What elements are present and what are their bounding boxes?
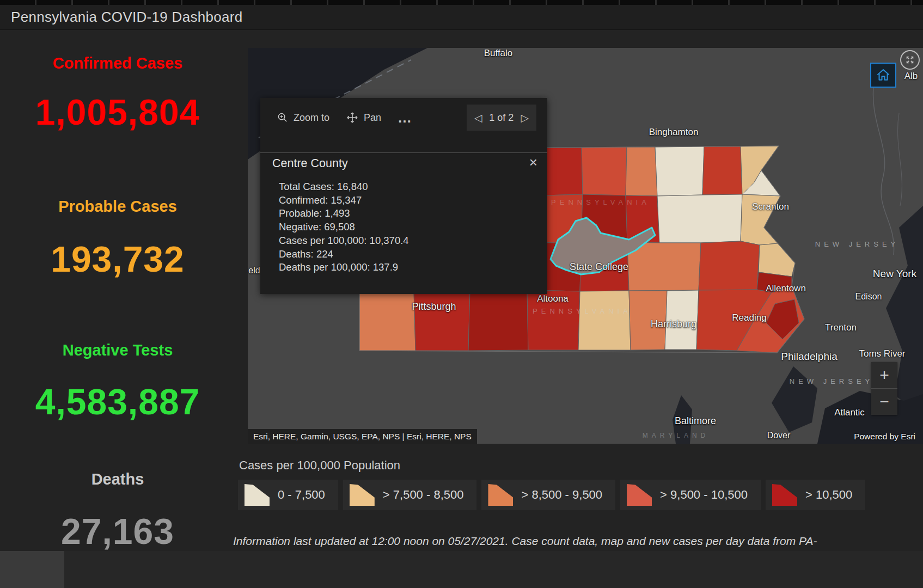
probable-cases-label: Probable Cases <box>0 198 235 216</box>
probable-cases-value: 193,732 <box>0 238 235 280</box>
legend-title: Cases per 100,000 Population <box>239 458 920 473</box>
pager-text: 1 of 2 <box>489 112 514 124</box>
legend-label: > 9,500 - 10,500 <box>660 488 748 502</box>
legend-swatch <box>244 484 270 506</box>
popup-title: Centre County <box>272 157 348 170</box>
pan-label: Pan <box>364 112 381 124</box>
deaths-value: 27,163 <box>0 511 235 552</box>
legend-item: > 8,500 - 9,500 <box>481 480 615 510</box>
expand-button[interactable] <box>900 50 920 70</box>
bottom-left-block <box>0 551 64 588</box>
home-button[interactable] <box>870 63 896 88</box>
zoom-control: + − <box>871 362 897 415</box>
bottom-strip <box>0 551 923 588</box>
legend-label: > 10,500 <box>805 488 852 502</box>
legend-item: > 9,500 - 10,500 <box>620 480 761 510</box>
zoom-to-label: Zoom to <box>294 112 329 124</box>
legend-label: > 8,500 - 9,500 <box>521 488 602 502</box>
powered-by-esri[interactable]: Powered by Esri <box>854 432 915 442</box>
negative-tests-value: 4,583,887 <box>0 381 235 422</box>
zoom-out-button[interactable]: − <box>871 389 897 415</box>
home-icon <box>875 67 891 83</box>
right-triangle-icon: ▷ <box>521 112 529 124</box>
map-canvas[interactable]: BuffaloAlbBinghamtonScrantonPENNSYLVANIA… <box>248 48 923 444</box>
negative-tests-label: Negative Tests <box>0 341 235 359</box>
popup-field: Probable: 1,493 <box>279 207 409 220</box>
legend-label: > 7,500 - 8,500 <box>383 488 464 502</box>
attribution-text: Esri, HERE, Garmin, USGS, EPA, NPS | Esr… <box>253 432 472 442</box>
popup-fields: Total Cases: 16,840Confirmed: 15,347Prob… <box>279 180 409 274</box>
map-attribution: Esri, HERE, Garmin, USGS, EPA, NPS | Esr… <box>248 429 477 444</box>
zoom-in-button[interactable]: + <box>871 362 897 389</box>
popup-field: Total Cases: 16,840 <box>279 180 409 194</box>
popup-pager: ◁ 1 of 2 ▷ <box>467 105 536 131</box>
dashboard-header: Pennsylvania COVID-19 Dashboard <box>0 5 923 30</box>
zoom-to-button[interactable]: Zoom to <box>277 112 329 124</box>
popup-field: Deaths: 224 <box>279 248 409 261</box>
more-options-button[interactable]: … <box>398 115 413 120</box>
move-arrows-icon <box>346 111 359 124</box>
legend-swatch <box>350 484 375 506</box>
legend-item: > 10,500 <box>766 480 865 510</box>
expand-arrows-icon <box>904 54 916 66</box>
confirmed-cases-label: Confirmed Cases <box>0 54 235 72</box>
popup-field: Cases per 100,000: 10,370.4 <box>279 234 409 248</box>
feature-popup: Zoom to Pan … ◁ <box>260 98 547 294</box>
popup-field: Confirmed: 15,347 <box>279 194 409 207</box>
close-icon: × <box>529 154 537 170</box>
page-title: Pennsylvania COVID-19 Dashboard <box>11 9 243 26</box>
close-popup-button[interactable]: × <box>529 157 537 168</box>
legend-item: > 7,500 - 8,500 <box>343 480 477 510</box>
legend-row: 0 - 7,500> 7,500 - 8,500> 8,500 - 9,500>… <box>238 480 920 510</box>
legend-panel: Cases per 100,000 Population 0 - 7,500> … <box>238 458 920 510</box>
ellipsis-icon: … <box>398 109 413 126</box>
plus-icon: + <box>879 366 889 384</box>
legend-item: 0 - 7,500 <box>238 480 338 510</box>
magnifier-plus-icon <box>277 112 289 124</box>
previous-feature-button[interactable]: ◁ <box>474 112 482 124</box>
browser-chrome-strip <box>0 0 923 5</box>
deaths-label: Deaths <box>0 470 235 488</box>
confirmed-cases-value: 1,005,804 <box>0 91 235 133</box>
next-feature-button[interactable]: ▷ <box>521 112 529 124</box>
minus-icon: − <box>879 393 889 411</box>
popup-toolbar: Zoom to Pan … ◁ <box>260 98 547 153</box>
legend-swatch <box>772 484 797 506</box>
legend-swatch <box>488 484 513 506</box>
left-triangle-icon: ◁ <box>474 112 482 124</box>
pan-button[interactable]: Pan <box>346 111 381 124</box>
popup-field: Negative: 69,508 <box>279 220 409 234</box>
popup-field: Deaths per 100,000: 137.9 <box>279 261 409 274</box>
legend-swatch <box>627 484 652 506</box>
legend-label: 0 - 7,500 <box>278 488 325 502</box>
